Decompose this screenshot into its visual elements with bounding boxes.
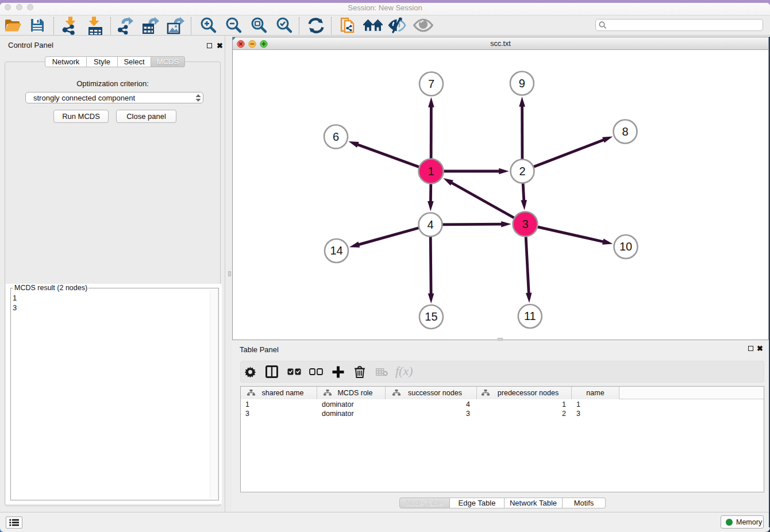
svg-text:9: 9 — [519, 77, 525, 90]
svg-text:6: 6 — [333, 130, 339, 143]
svg-text:3: 3 — [522, 218, 528, 230]
svg-text:1: 1 — [428, 165, 434, 178]
svg-text:11: 11 — [524, 310, 536, 322]
svg-text:2: 2 — [519, 165, 525, 178]
svg-text:4: 4 — [427, 218, 433, 231]
svg-text:14: 14 — [330, 244, 342, 257]
svg-text:7: 7 — [428, 78, 434, 90]
svg-text:10: 10 — [619, 240, 632, 253]
svg-text:8: 8 — [622, 125, 628, 138]
svg-text:15: 15 — [425, 310, 437, 323]
